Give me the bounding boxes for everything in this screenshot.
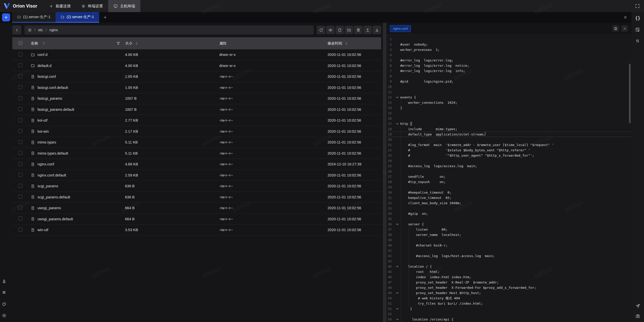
code-line[interactable]: 18 include mime.types; — [386, 126, 631, 132]
table-row[interactable]: koi-utf2.77 KB-rw-r--r--2020-11-01 10:02… — [12, 115, 381, 126]
row-checkbox[interactable] — [18, 151, 22, 155]
swap-vertical-icon[interactable] — [635, 39, 640, 43]
sort-icon[interactable] — [345, 42, 347, 45]
table-row[interactable]: scgi_params636 B-rw-r--r--2020-11-01 10:… — [12, 181, 381, 192]
file-name[interactable]: nginx.conf.default — [37, 173, 66, 177]
row-checkbox[interactable] — [18, 96, 22, 100]
code-line[interactable]: 32 client_max_body_size 1048m; — [386, 200, 631, 206]
table-row[interactable]: fastcgi.conf.default1.05 KB-rw-r--r--202… — [12, 82, 381, 93]
code-line[interactable]: 51 try_files $uri $uri/ /index.html; — [386, 301, 631, 306]
file-name[interactable]: koi-win — [37, 129, 49, 133]
row-checkbox[interactable] — [18, 162, 22, 166]
row-checkbox[interactable] — [18, 206, 22, 210]
code-line[interactable]: 34 #gzip on; — [386, 211, 631, 216]
row-checkbox[interactable] — [18, 173, 22, 177]
table-row[interactable]: default.d4.00 KBdrwxr-xr-x2020-11-01 10:… — [12, 60, 381, 71]
close-editor-icon[interactable] — [621, 25, 628, 32]
file-name[interactable]: uwsgi_params — [37, 206, 61, 210]
code-line[interactable]: 33 — [386, 206, 631, 211]
close-icon[interactable] — [623, 15, 627, 19]
code-editor[interactable]: 12#user nobody;3worker_processes 1;45#er… — [386, 34, 631, 322]
row-checkbox[interactable] — [18, 107, 22, 111]
code-line[interactable]: 16 — [386, 116, 631, 121]
settings-gear-icon[interactable] — [2, 313, 7, 318]
file-name[interactable]: fastcgi_params.default — [37, 108, 74, 112]
code-line[interactable]: 37 listen 80; — [386, 227, 631, 232]
code-line[interactable]: 10 — [386, 84, 631, 89]
code-line[interactable]: 3worker_processes 1; — [386, 47, 631, 52]
code-line[interactable]: 13 worker_connections 1024; — [386, 100, 631, 105]
code-line[interactable]: 19 default_type application/octet-stream… — [386, 132, 631, 137]
fold-chevron-icon[interactable] — [392, 95, 400, 100]
code-line[interactable]: 6#error_log logs/error.log notice; — [386, 63, 631, 68]
column-header-size[interactable]: 大小 — [125, 41, 132, 45]
fullscreen-icon[interactable] — [635, 4, 640, 9]
fold-chevron-icon[interactable] — [392, 290, 400, 296]
row-checkbox[interactable] — [18, 140, 22, 144]
open-file-tag[interactable]: nginx.conf — [390, 25, 411, 32]
menu-host-terminal[interactable]: 主机终端 — [108, 0, 140, 12]
fold-chevron-icon[interactable] — [392, 222, 400, 227]
user-icon[interactable] — [2, 279, 7, 284]
code-line[interactable]: 49 proxy_set_header Host $http_host; — [386, 290, 631, 296]
command-icon[interactable]: ⌘ — [3, 290, 6, 295]
table-row[interactable]: nginx.conf.default2.59 KB-rw-r--r--2020-… — [12, 170, 381, 181]
table-row[interactable]: mime.types5.11 KB-rw-r--r--2020-11-01 10… — [12, 137, 381, 148]
code-line[interactable]: 4 — [386, 52, 631, 58]
code-line[interactable]: 36 server { — [386, 222, 631, 227]
file-name[interactable]: koi-utf — [37, 118, 48, 122]
code-line[interactable]: 30 #keepalive_timeout 0; — [386, 190, 631, 195]
code-line[interactable]: 52 } — [386, 306, 631, 311]
breadcrumb-segment-nginx[interactable]: nginx — [49, 28, 58, 32]
fold-chevron-icon[interactable] — [392, 317, 400, 322]
editor-scrollbar[interactable] — [629, 64, 631, 123]
save-icon[interactable] — [612, 25, 619, 32]
code-line[interactable]: 1 — [386, 37, 631, 42]
code-line[interactable]: 24 — [386, 158, 631, 163]
file-name[interactable]: mime.types.default — [37, 151, 68, 155]
code-line[interactable]: 44 location / { — [386, 264, 631, 269]
fold-chevron-icon[interactable] — [392, 264, 400, 269]
code-line[interactable]: 22 # '$status $body_bytes_sent "$http_re… — [386, 148, 631, 153]
row-checkbox[interactable] — [18, 63, 22, 67]
code-line[interactable]: 28 #tcp_nopush on; — [386, 179, 631, 185]
back-button[interactable] — [12, 25, 21, 34]
table-row[interactable]: koi-win2.17 KB-rw-r--r--2020-11-01 10:02… — [12, 126, 381, 137]
new-terminal-button[interactable] — [2, 13, 10, 21]
braces-icon[interactable]: {} — [635, 16, 640, 21]
select-all-checkbox[interactable] — [18, 41, 22, 45]
file-name[interactable]: scgi_params — [37, 184, 58, 188]
fold-chevron-icon[interactable] — [392, 121, 400, 126]
row-checkbox[interactable] — [18, 118, 22, 122]
table-row[interactable]: fastcgi.conf1.05 KB-rw-r--r--2020-11-01 … — [12, 71, 381, 82]
row-checkbox[interactable] — [18, 85, 22, 89]
palette-icon[interactable] — [2, 302, 7, 307]
panel-resize-handle[interactable]: ⋮⋮ — [383, 23, 386, 322]
code-line[interactable]: 31 keepalive_timeout 65; — [386, 195, 631, 200]
file-name[interactable]: fastcgi_params — [37, 96, 62, 100]
table-row[interactable]: uwsgi_params.default664 B-rw-r--r--2020-… — [12, 214, 381, 225]
code-line[interactable]: 41 — [386, 248, 631, 253]
download-icon[interactable] — [373, 26, 381, 34]
code-line[interactable]: 40 #charset koi8-r; — [386, 243, 631, 248]
table-row[interactable]: uwsgi_params664 B-rw-r--r--2020-11-01 10… — [12, 203, 381, 214]
code-line[interactable]: 47 proxy_set_header X-Real-IP $remote_ad… — [386, 280, 631, 285]
code-line[interactable]: 50 # web history 模式 404 — [386, 296, 631, 301]
fold-chevron-icon[interactable] — [392, 306, 400, 311]
code-line[interactable]: 25 #access_log logs/access.log main; — [386, 163, 631, 169]
trash-icon[interactable] — [354, 26, 363, 34]
file-name[interactable]: fastcgi.conf.default — [37, 86, 68, 90]
table-row[interactable]: fastcgi_params.default1007 B-rw-r--r--20… — [12, 104, 381, 115]
code-line[interactable]: 21 #log_format main '$remote_addr - $rem… — [386, 142, 631, 148]
eye-icon[interactable] — [326, 26, 335, 34]
row-checkbox[interactable] — [18, 217, 22, 221]
code-line[interactable]: 5#error_log logs/error.log; — [386, 58, 631, 63]
code-line[interactable]: 42 #access_log logs/host.access.log main… — [386, 253, 631, 259]
code-line[interactable]: 15 — [386, 111, 631, 116]
code-line[interactable]: 12events { — [386, 95, 631, 100]
code-line[interactable]: 45 root html; — [386, 269, 631, 274]
table-row[interactable]: win-utf3.53 KB-rw-r--r--2020-11-01 10:02… — [12, 225, 381, 236]
code-line[interactable]: 27 sendfile on; — [386, 174, 631, 179]
code-line[interactable]: 23 # '"$http_user_agent" "$http_x_forwar… — [386, 153, 631, 158]
table-row[interactable]: mime.types.default5.11 KB-rw-r--r--2020-… — [12, 148, 381, 159]
